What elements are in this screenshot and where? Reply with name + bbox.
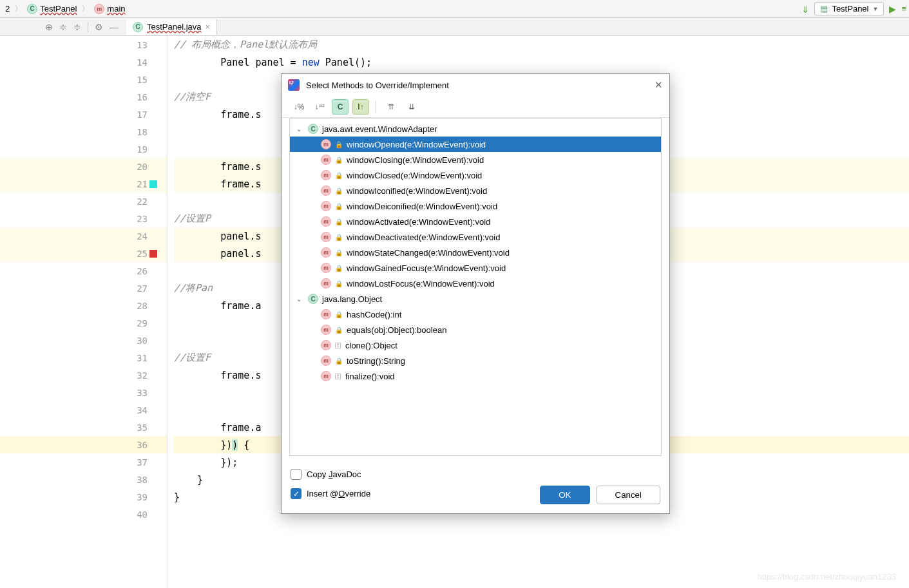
breadcrumb-method[interactable]: mmain (91, 3, 128, 15)
gutter-row: 25 (0, 245, 167, 262)
chevron-right-icon: 〉 (82, 4, 89, 14)
tree-method-node[interactable]: m🔒windowActivated(e:WindowEvent):void (290, 214, 661, 229)
chevron-down-icon[interactable]: ⌄ (296, 126, 304, 133)
gutter-row: 21 (0, 175, 167, 193)
minus-icon[interactable]: — (110, 22, 119, 32)
gutter-row: 32 (0, 366, 167, 384)
lock-icon: 🔒 (335, 172, 343, 179)
expand-icon[interactable]: ≑ (59, 22, 67, 32)
target-icon[interactable]: ⊕ (45, 22, 53, 32)
tree-method-node[interactable]: m🔒windowGainedFocus(e:WindowEvent):void (290, 260, 661, 276)
show-classes-toggle[interactable]: C (332, 99, 349, 115)
method-label: clone():Object (345, 341, 397, 350)
method-label: windowOpened(e:WindowEvent):void (347, 140, 486, 149)
tree-method-node[interactable]: m🔒windowIconified(e:WindowEvent):void (290, 183, 661, 198)
gutter-row: 20 (0, 158, 167, 175)
line-number: 25 (137, 249, 148, 259)
ok-button[interactable]: OK (540, 486, 589, 504)
gutter-row: 34 (0, 401, 167, 419)
show-interfaces-toggle[interactable]: I↑ (352, 99, 369, 115)
gutter-row: 14 (0, 53, 167, 71)
collapse-all-icon[interactable]: ⇊ (403, 99, 420, 115)
intellij-icon (288, 79, 300, 91)
method-label: windowClosing(e:WindowEvent):void (347, 155, 484, 165)
gear-icon[interactable]: ⚙ (95, 22, 103, 32)
gutter-row: 17 (0, 106, 167, 123)
sort-pct-icon[interactable]: ↓% (291, 99, 307, 115)
gutter-row: 30 (0, 332, 167, 349)
override-dialog: Select Methods to Override/Implement ✕ ↓… (281, 73, 670, 514)
tree-method-node[interactable]: m🔒windowLostFocus(e:WindowEvent):void (290, 276, 661, 291)
cancel-button[interactable]: Cancel (597, 486, 661, 504)
sort-az-icon[interactable]: ↓ᵃᶻ (311, 99, 328, 115)
method-label: windowDeactivated(e:WindowEvent):void (347, 232, 500, 242)
close-icon[interactable]: × (206, 22, 211, 32)
line-number: 30 (137, 336, 148, 346)
tree-method-node[interactable]: m🔒windowClosed(e:WindowEvent):void (290, 167, 661, 183)
code-line[interactable]: // 布局概念，Panel默认流布局 (174, 36, 909, 53)
method-label: windowClosed(e:WindowEvent):void (347, 171, 482, 180)
line-number: 24 (137, 231, 148, 242)
method-label: toString():String (347, 356, 405, 366)
method-icon: m (321, 340, 331, 350)
method-icon: m (321, 325, 331, 335)
debug-icon[interactable]: ≡ (901, 4, 906, 14)
tree-method-node[interactable]: m🔒windowStateChanged(e:WindowEvent):void (290, 245, 661, 260)
gutter-row: 37 (0, 453, 167, 471)
method-tree[interactable]: ⌄Cjava.awt.event.WindowAdapterm🔒windowOp… (289, 118, 662, 456)
watermark: https://blog.csdn.net/zhouqiyuan1233 (758, 572, 896, 582)
gutter-row: 16 (0, 88, 167, 106)
gutter-row: 35 (0, 419, 167, 436)
checkbox-icon (291, 469, 301, 480)
breadcrumb: 2 〉 CTestPanel 〉 mmain (3, 3, 128, 15)
code-line[interactable]: Panel panel = new Panel(); (174, 53, 909, 71)
gutter-row: 19 (0, 140, 167, 158)
collapse-icon[interactable]: ≑ (73, 22, 81, 32)
method-icon: m (321, 247, 331, 258)
insert-override-checkbox[interactable]: ✓ Insert @Override (291, 485, 370, 503)
tree-method-node[interactable]: m🔒equals(obj:Object):boolean (290, 322, 661, 337)
method-icon: m (321, 309, 331, 319)
tree-method-node[interactable]: m🔒windowDeactivated(e:WindowEvent):void (290, 229, 661, 245)
expand-all-icon[interactable]: ⇈ (383, 99, 399, 115)
tree-class-node[interactable]: ⌄Cjava.lang.Object (290, 291, 661, 307)
build-icon[interactable]: ⇙ (799, 3, 812, 15)
copy-javadoc-label: Copy JavaDoc (307, 469, 361, 479)
tree-method-node[interactable]: m🔒windowOpened(e:WindowEvent):void (290, 137, 661, 152)
run-config-label: TestPanel (832, 4, 868, 14)
tree-method-node[interactable]: m⚿clone():Object (290, 337, 661, 353)
dialog-titlebar: Select Methods to Override/Implement ✕ (282, 74, 669, 96)
editor-tab[interactable]: C TestPanel.java × (126, 19, 217, 35)
tree-class-node[interactable]: ⌄Cjava.awt.event.WindowAdapter (290, 121, 661, 137)
gutter-row: 36 (0, 436, 167, 453)
class-icon: C (27, 4, 37, 14)
method-icon: m (94, 4, 104, 14)
method-label: windowGainedFocus(e:WindowEvent):void (347, 263, 506, 273)
method-icon: m (321, 170, 331, 180)
gutter-row: 28 (0, 297, 167, 314)
gutter-row: 40 (0, 506, 167, 523)
close-icon[interactable]: ✕ (655, 79, 663, 91)
tree-method-node[interactable]: m⚿finalize():void (290, 368, 661, 384)
lock-icon: 🔒 (335, 156, 343, 164)
class-icon: C (308, 124, 318, 134)
chevron-down-icon: ▼ (872, 6, 878, 12)
breadcrumb-class[interactable]: CTestPanel (24, 3, 79, 15)
copy-javadoc-checkbox[interactable]: Copy JavaDoc (291, 465, 660, 483)
tree-method-node[interactable]: m🔒windowClosing(e:WindowEvent):void (290, 152, 661, 167)
run-icon[interactable]: ▶ (889, 4, 896, 14)
method-icon: m (321, 356, 331, 366)
breadcrumb-class-label: TestPanel (40, 4, 77, 14)
line-number: 27 (137, 283, 148, 294)
chevron-right-icon: 〉 (15, 4, 22, 14)
tree-method-node[interactable]: m🔒hashCode():int (290, 307, 661, 322)
chevron-down-icon[interactable]: ⌄ (296, 296, 304, 303)
line-number: 36 (137, 440, 148, 450)
line-number: 31 (137, 353, 148, 363)
tree-method-node[interactable]: m🔒windowDeiconified(e:WindowEvent):void (290, 198, 661, 214)
line-number: 35 (137, 422, 148, 433)
tree-method-node[interactable]: m🔒toString():String (290, 353, 661, 368)
breadcrumb-item[interactable]: 2 (3, 3, 12, 15)
method-label: windowDeiconified(e:WindowEvent):void (347, 202, 497, 211)
run-config-selector[interactable]: ▤ TestPanel ▼ (814, 2, 884, 15)
